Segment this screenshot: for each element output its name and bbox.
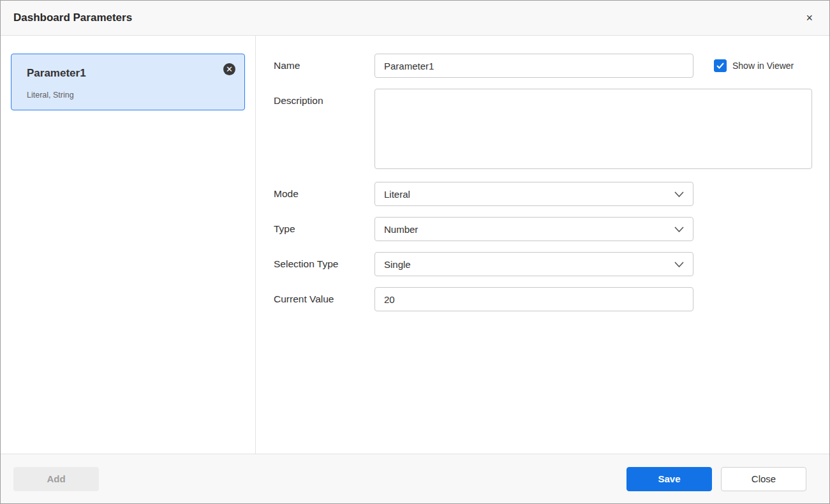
selection-type-selected-value: Single xyxy=(384,259,411,270)
selection-type-label: Selection Type xyxy=(274,252,374,276)
dashboard-parameters-dialog: Dashboard Parameters × Parameter1 ✕ Lite… xyxy=(0,0,830,504)
current-value-label: Current Value xyxy=(274,287,374,311)
show-in-viewer-checkbox[interactable] xyxy=(714,59,727,72)
parameter-card-title: Parameter1 xyxy=(27,63,86,80)
add-button[interactable]: Add xyxy=(13,467,99,491)
mode-selected-value: Literal xyxy=(384,189,410,200)
close-icon[interactable]: × xyxy=(803,10,815,26)
chevron-down-icon xyxy=(674,226,684,232)
name-label: Name xyxy=(274,54,374,78)
footer-actions: Save Close xyxy=(626,467,806,491)
dialog-title: Dashboard Parameters xyxy=(13,11,132,24)
mode-row: Mode Literal xyxy=(274,182,812,206)
type-selected-value: Number xyxy=(384,224,418,235)
type-label: Type xyxy=(274,217,374,241)
parameter-card-subtitle: Literal, String xyxy=(27,91,235,100)
name-input[interactable] xyxy=(374,54,693,78)
chevron-down-icon xyxy=(674,262,684,267)
show-in-viewer-control[interactable]: Show in Viewer xyxy=(714,54,794,78)
dialog-main: Parameter1 ✕ Literal, String Name Show i… xyxy=(1,36,829,454)
selection-type-row: Selection Type Single xyxy=(274,252,812,276)
check-icon xyxy=(716,63,724,69)
parameter-card-header: Parameter1 ✕ xyxy=(27,63,235,80)
type-row: Type Number xyxy=(274,217,812,241)
description-row: Description xyxy=(274,89,812,169)
parameter-list-panel: Parameter1 ✕ Literal, String xyxy=(1,36,256,454)
mode-select[interactable]: Literal xyxy=(374,182,693,206)
chevron-down-icon xyxy=(674,191,684,197)
parameter-form: Name Show in Viewer Description Mode xyxy=(256,36,829,454)
show-in-viewer-label: Show in Viewer xyxy=(732,61,794,71)
name-row: Name Show in Viewer xyxy=(274,54,812,78)
current-value-input[interactable] xyxy=(374,287,693,311)
save-button[interactable]: Save xyxy=(626,467,712,491)
description-label: Description xyxy=(274,89,374,113)
selection-type-select[interactable]: Single xyxy=(374,252,693,276)
mode-label: Mode xyxy=(274,182,374,206)
type-select[interactable]: Number xyxy=(374,217,693,241)
parameter-card[interactable]: Parameter1 ✕ Literal, String xyxy=(11,54,245,110)
close-button[interactable]: Close xyxy=(721,467,806,491)
dialog-footer: Add Save Close xyxy=(1,454,829,503)
dialog-header: Dashboard Parameters × xyxy=(1,1,829,36)
current-value-row: Current Value xyxy=(274,287,812,311)
description-input[interactable] xyxy=(374,89,812,169)
remove-parameter-icon[interactable]: ✕ xyxy=(223,63,235,75)
